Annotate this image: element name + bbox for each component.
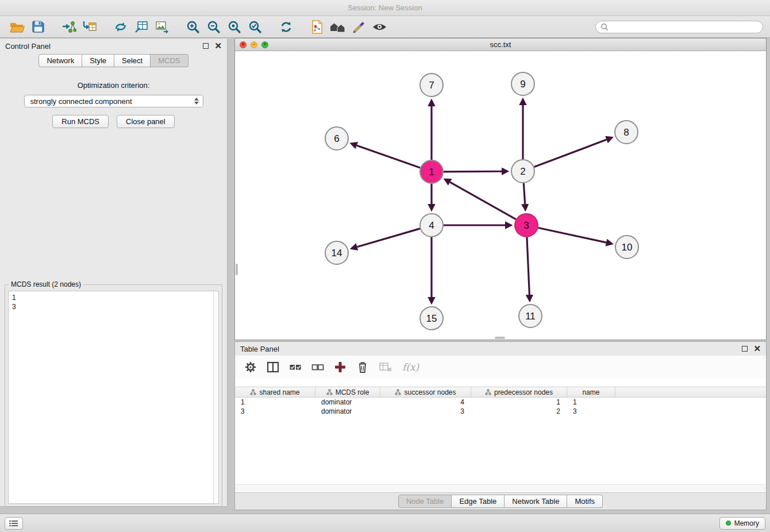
cell-predecessor-nodes: 2: [471, 407, 567, 415]
cell-name: 1: [567, 398, 615, 406]
table-row[interactable]: 3 dominator 3 2 3: [235, 407, 766, 416]
zoom-window-icon[interactable]: +: [261, 41, 268, 48]
graph-edge-2-3[interactable]: [523, 183, 525, 204]
criterion-dropdown[interactable]: strongly connected component: [24, 95, 203, 107]
network-vscrollbar-thumb[interactable]: [236, 264, 238, 275]
show-graphics-details-button[interactable]: [369, 18, 390, 36]
import-table-button[interactable]: [79, 18, 100, 36]
network-hscrollbar-thumb[interactable]: [495, 337, 505, 339]
graph-edge-1-2[interactable]: [444, 171, 502, 172]
close-panel-button[interactable]: Close panel: [117, 115, 175, 128]
fit-content-button[interactable]: [224, 18, 245, 36]
column-header-name[interactable]: name: [567, 387, 615, 397]
import-network-button[interactable]: [59, 18, 79, 36]
column-type-icon: [485, 389, 491, 395]
tab-node-table[interactable]: Node Table: [398, 495, 452, 508]
graph-node-9[interactable]: 9: [511, 72, 534, 95]
save-session-button[interactable]: [28, 18, 48, 36]
table-header-row: shared name MCDS role successor nodes pr…: [235, 387, 766, 398]
graph-node-11[interactable]: 11: [519, 304, 542, 327]
svg-text:4: 4: [429, 220, 434, 231]
table-settings-icon[interactable]: [244, 361, 257, 373]
delete-column-icon[interactable]: [356, 361, 369, 373]
search-box[interactable]: [595, 21, 763, 33]
export-image-button[interactable]: [152, 18, 172, 36]
home-button[interactable]: [328, 18, 348, 36]
svg-text:15: 15: [426, 313, 437, 324]
mcds-result-line: 1: [12, 293, 215, 302]
graph-edge-4-14[interactable]: [357, 229, 420, 247]
apply-style-button[interactable]: [348, 18, 369, 36]
column-header-shared-name[interactable]: shared name: [235, 387, 315, 397]
float-panel-icon[interactable]: [203, 43, 209, 49]
result-scrollbar[interactable]: [213, 291, 218, 503]
graph-edge-1-6[interactable]: [357, 145, 420, 168]
window-titlebar[interactable]: Session: New Session: [0, 0, 770, 16]
graph-edge-2-8[interactable]: [534, 140, 607, 167]
graph-node-7[interactable]: 7: [420, 74, 443, 97]
zoom-in-button[interactable]: [183, 18, 203, 36]
deselect-all-rows-icon[interactable]: [311, 361, 324, 373]
column-header-predecessor-nodes[interactable]: predecessor nodes: [471, 387, 567, 397]
tab-network[interactable]: Network: [38, 54, 82, 67]
tab-motifs[interactable]: Motifs: [567, 495, 603, 508]
fit-content-icon: [227, 20, 242, 34]
tab-edge-table[interactable]: Edge Table: [452, 495, 505, 508]
graph-node-14[interactable]: 14: [325, 241, 348, 264]
graph-node-15[interactable]: 15: [420, 307, 443, 330]
zoom-out-button[interactable]: [203, 18, 224, 36]
network-from-table-button[interactable]: [131, 18, 152, 36]
tab-mcds[interactable]: MCDS: [151, 54, 188, 67]
tab-network-table[interactable]: Network Table: [505, 495, 567, 508]
table-row[interactable]: 1 dominator 4 1 1: [235, 398, 766, 407]
search-input[interactable]: [611, 23, 758, 31]
close-window-icon[interactable]: ×: [240, 41, 247, 48]
table-hscrollbar[interactable]: [235, 484, 766, 492]
graph-edge-3-10[interactable]: [538, 228, 606, 242]
refresh-view-button[interactable]: [276, 18, 297, 36]
control-panel: Control Panel ✕ Network Style Select MCD…: [0, 38, 228, 507]
delete-table-icon[interactable]: [379, 361, 392, 373]
graph-edge-3-1[interactable]: [450, 182, 515, 219]
function-builder-icon[interactable]: f(x): [402, 361, 419, 373]
run-mcds-button[interactable]: Run MCDS: [52, 115, 109, 128]
float-table-panel-icon[interactable]: [742, 346, 748, 352]
first-neighbors-button[interactable]: [307, 18, 328, 36]
column-type-icon: [395, 389, 401, 395]
graph-edge-3-11[interactable]: [527, 237, 529, 295]
mcds-result-box[interactable]: 1 3: [8, 291, 219, 504]
select-all-rows-icon[interactable]: [289, 361, 302, 373]
graph-node-4[interactable]: 4: [420, 214, 443, 237]
network-graph-canvas[interactable]: 7968124314101511: [235, 51, 766, 340]
column-label: successor nodes: [404, 388, 456, 396]
graph-node-2[interactable]: 2: [511, 160, 534, 183]
svg-text:11: 11: [525, 311, 536, 322]
show-columns-icon[interactable]: [267, 361, 279, 373]
mcds-result-group: MCDS result (2 nodes) 1 3: [5, 284, 222, 507]
graph-node-6[interactable]: 6: [325, 127, 348, 150]
first-neighbors-icon: [310, 20, 325, 34]
cell-mcds-role: dominator: [315, 398, 380, 406]
add-column-icon[interactable]: [334, 361, 346, 373]
open-file-button[interactable]: [7, 18, 28, 36]
task-history-button[interactable]: [5, 517, 23, 530]
new-network-button[interactable]: [110, 18, 131, 36]
column-header-mcds-role[interactable]: MCDS role: [315, 387, 380, 397]
control-panel-header: Control Panel ✕: [0, 38, 227, 53]
column-header-successor-nodes[interactable]: successor nodes: [380, 387, 471, 397]
memory-button[interactable]: Memory: [719, 517, 765, 530]
network-window-titlebar[interactable]: × − + scc.txt: [235, 38, 766, 51]
zoom-selected-button[interactable]: [245, 18, 265, 36]
graph-node-3[interactable]: 3: [515, 214, 538, 237]
close-panel-icon[interactable]: ✕: [214, 43, 222, 49]
tab-style[interactable]: Style: [82, 54, 114, 67]
graph-node-1[interactable]: 1: [420, 160, 443, 183]
minimize-window-icon[interactable]: −: [251, 41, 257, 48]
close-table-panel-icon[interactable]: ✕: [753, 346, 761, 352]
column-label: MCDS role: [336, 388, 369, 396]
graph-node-10[interactable]: 10: [615, 236, 638, 259]
svg-text:8: 8: [623, 127, 629, 138]
tab-select[interactable]: Select: [114, 54, 151, 67]
graph-node-8[interactable]: 8: [615, 121, 638, 144]
mcds-result-line: 3: [12, 302, 215, 311]
